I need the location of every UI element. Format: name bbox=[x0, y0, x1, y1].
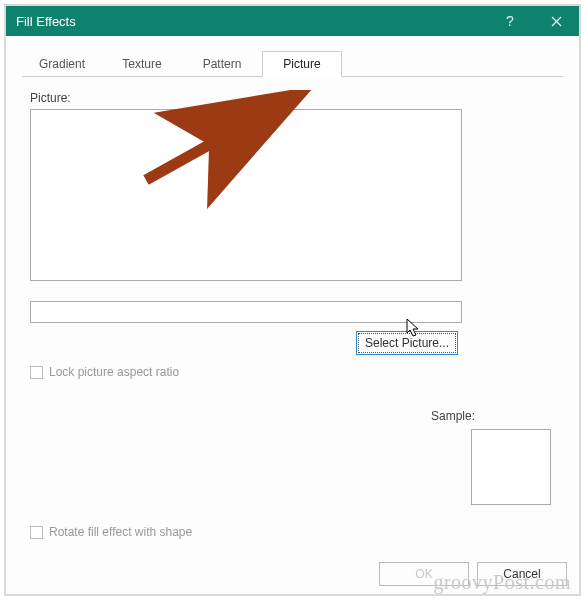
titlebar: Fill Effects ? bbox=[6, 6, 579, 36]
close-button[interactable] bbox=[533, 6, 579, 36]
sample-preview bbox=[471, 429, 551, 505]
tab-texture[interactable]: Texture bbox=[102, 51, 182, 77]
picture-name-field[interactable] bbox=[30, 301, 462, 323]
select-picture-button[interactable]: Select Picture... bbox=[356, 331, 458, 355]
sample-label: Sample: bbox=[431, 409, 475, 423]
tab-picture[interactable]: Picture bbox=[262, 51, 342, 77]
dialog-window: Fill Effects ? Gradient Texture Pattern … bbox=[4, 4, 581, 596]
tab-pattern[interactable]: Pattern bbox=[182, 51, 262, 77]
rotate-fill-row[interactable]: Rotate fill effect with shape bbox=[30, 525, 192, 539]
rotate-fill-label: Rotate fill effect with shape bbox=[49, 525, 192, 539]
cancel-button[interactable]: Cancel bbox=[477, 562, 567, 586]
help-button[interactable]: ? bbox=[487, 6, 533, 36]
rotate-fill-checkbox[interactable] bbox=[30, 526, 43, 539]
dialog-content: Gradient Texture Pattern Picture Picture… bbox=[6, 36, 579, 594]
picture-label: Picture: bbox=[30, 91, 555, 105]
close-icon bbox=[551, 16, 562, 27]
tab-panel-picture: Picture: Select Picture... Lock picture … bbox=[6, 77, 579, 555]
picture-preview-area bbox=[30, 109, 462, 281]
tab-strip: Gradient Texture Pattern Picture bbox=[22, 50, 563, 77]
lock-aspect-label: Lock picture aspect ratio bbox=[49, 365, 179, 379]
lock-aspect-row[interactable]: Lock picture aspect ratio bbox=[30, 365, 555, 379]
ok-button[interactable]: OK bbox=[379, 562, 469, 586]
tab-gradient[interactable]: Gradient bbox=[22, 51, 102, 77]
lock-aspect-checkbox[interactable] bbox=[30, 366, 43, 379]
dialog-button-row: OK Cancel bbox=[379, 562, 567, 586]
dialog-title: Fill Effects bbox=[16, 14, 487, 29]
